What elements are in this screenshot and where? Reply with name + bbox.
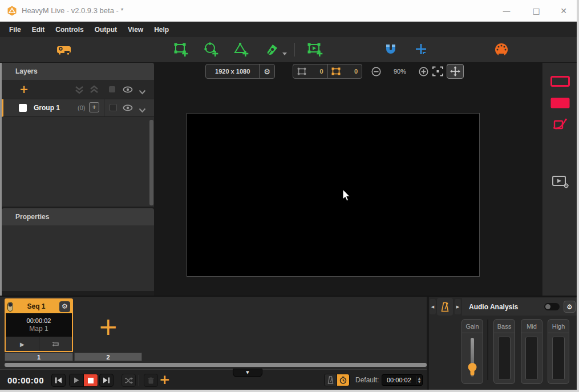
bass-meter[interactable]: Bass — [493, 319, 515, 384]
menu-view[interactable]: View — [128, 26, 149, 34]
audio-panel-selector[interactable] — [437, 298, 453, 316]
add-column-button[interactable]: + — [159, 372, 170, 387]
add-layer-button[interactable]: + — [19, 83, 29, 95]
mouse-cursor — [342, 189, 351, 202]
pan-tool-button[interactable] — [447, 64, 464, 79]
snap-magnet-toggle[interactable] — [382, 41, 399, 58]
menu-output[interactable]: Output — [95, 26, 123, 34]
spinner-arrows[interactable]: ▲ ▼ — [416, 376, 423, 384]
sequence-loop-button[interactable] — [39, 337, 72, 351]
zoom-in-icon[interactable] — [419, 67, 428, 76]
menu-edit[interactable]: Edit — [32, 26, 51, 34]
main-toolbar — [0, 37, 579, 63]
shape-count-icon — [331, 67, 341, 75]
add-quad-tool[interactable] — [172, 41, 189, 58]
duration-mode-toggle — [324, 374, 350, 386]
default-duration-spinbox[interactable]: 00:00:02 ▲ ▼ — [382, 374, 423, 386]
shape-effects-button[interactable] — [542, 115, 577, 135]
default-duration-value[interactable]: 00:00:02 — [382, 377, 416, 383]
canvas-area[interactable]: 1920 x 1080 ⚙ 0 0 — [154, 63, 542, 296]
chevron-down-icon — [282, 52, 288, 56]
high-meter[interactable]: High — [548, 319, 569, 384]
move-layer-up-icon[interactable] — [89, 84, 99, 97]
mid-meter[interactable]: Mid — [521, 319, 542, 384]
close-button[interactable]: ✕ — [555, 5, 572, 17]
group-checkbox[interactable] — [19, 104, 27, 112]
sequence-toggle-icon[interactable] — [7, 302, 13, 312]
skip-forward-icon — [103, 377, 110, 383]
sequence-name[interactable]: Seq 1 — [13, 302, 59, 310]
crosshair-plus-icon — [414, 43, 428, 56]
stop-button[interactable] — [83, 374, 98, 386]
minimize-button[interactable]: — — [498, 5, 515, 17]
column-2-header[interactable]: 2 — [74, 353, 142, 361]
shape-fill-button[interactable] — [542, 93, 577, 112]
layer-group-row[interactable]: Group 1 (0) + — [2, 99, 154, 117]
resolution-value[interactable]: 1920 x 1080 — [206, 64, 259, 78]
audio-settings-icon[interactable]: ⚙ — [564, 301, 576, 313]
panel-prev-button[interactable]: ◀ — [430, 299, 436, 314]
layer-solo-swatch[interactable] — [109, 86, 115, 92]
time-mode-button[interactable] — [337, 374, 349, 386]
menu-file[interactable]: File — [9, 26, 27, 34]
sequence-settings-icon[interactable]: ⚙ — [59, 301, 70, 312]
appearance-rail — [542, 63, 577, 296]
outline-rect-icon — [550, 76, 570, 87]
timeline-scrollbar[interactable] — [5, 363, 427, 367]
group-add-button[interactable]: + — [89, 102, 99, 112]
toolbar-separator — [294, 43, 295, 56]
mid-meter-well — [525, 337, 538, 380]
layers-visibility-icon[interactable] — [123, 85, 133, 96]
delete-button[interactable] — [144, 374, 158, 387]
maximize-button[interactable]: □ — [528, 5, 545, 17]
high-label: High — [548, 320, 569, 333]
add-triangle-tool[interactable] — [233, 41, 250, 58]
sequence-header[interactable]: Seq 1 ⚙ — [6, 300, 72, 313]
shuffle-button[interactable] — [122, 374, 136, 387]
zoom-out-icon[interactable] — [371, 67, 381, 76]
pen-tool-dropdown[interactable] — [282, 48, 288, 58]
sequence-play-button[interactable]: ▶ — [6, 337, 39, 351]
resolution-control[interactable]: 1920 x 1080 ⚙ — [205, 64, 275, 79]
move-layer-down-icon[interactable] — [74, 84, 84, 97]
menu-help[interactable]: Help — [154, 26, 175, 34]
panel-next-button[interactable]: ▶ — [455, 299, 461, 314]
projector-output-button[interactable] — [55, 41, 72, 58]
column-1-header[interactable]: 1 — [5, 353, 73, 361]
skip-back-button[interactable] — [51, 374, 66, 387]
gain-fader[interactable]: Gain — [461, 319, 483, 384]
play-button[interactable] — [70, 374, 83, 386]
layers-scrollbar[interactable] — [149, 120, 153, 205]
pen-tool[interactable] — [264, 41, 281, 58]
group-visibility-icon[interactable] — [123, 103, 133, 115]
gain-knob[interactable] — [468, 363, 477, 371]
group-color-swatch[interactable] — [110, 104, 117, 111]
group-name[interactable]: Group 1 — [34, 104, 60, 112]
menu-controls[interactable]: Controls — [55, 26, 90, 34]
spin-down-icon[interactable]: ▼ — [418, 380, 421, 383]
skip-forward-button[interactable] — [99, 374, 114, 387]
resolution-settings-icon[interactable]: ⚙ — [260, 64, 274, 78]
add-group-tool[interactable] — [306, 41, 323, 58]
audio-title: Audio Analysis — [469, 303, 544, 311]
player-settings-button[interactable] — [542, 172, 577, 192]
group-collapse-icon[interactable] — [139, 105, 146, 115]
layers-collapse-icon[interactable] — [139, 87, 146, 97]
sequence-cell[interactable]: 00:00:02 Map 1 — [6, 313, 72, 337]
fit-view-button[interactable] — [432, 66, 443, 79]
projection-stage[interactable] — [187, 113, 480, 277]
midi-mapping-button[interactable] — [493, 41, 510, 58]
audio-enable-toggle[interactable] — [544, 303, 560, 310]
shape-outline-button[interactable] — [542, 71, 577, 91]
collapse-panel-tab[interactable]: ▼ — [233, 369, 262, 377]
play-icon — [74, 377, 79, 383]
magnet-icon — [384, 43, 397, 56]
sequence-card[interactable]: Seq 1 ⚙ 00:00:02 Map 1 ▶ — [5, 298, 73, 352]
titlebar[interactable]: HeavyM Live - v2.0.9.3 beta - * — □ ✕ — [0, 0, 579, 22]
add-circle-tool[interactable] — [203, 41, 220, 58]
stop-icon — [88, 378, 94, 383]
add-guide-tool[interactable] — [412, 41, 430, 58]
add-sequence-button[interactable]: + — [98, 313, 118, 341]
beat-mode-button[interactable] — [325, 374, 337, 386]
add-quad-icon — [173, 42, 188, 57]
